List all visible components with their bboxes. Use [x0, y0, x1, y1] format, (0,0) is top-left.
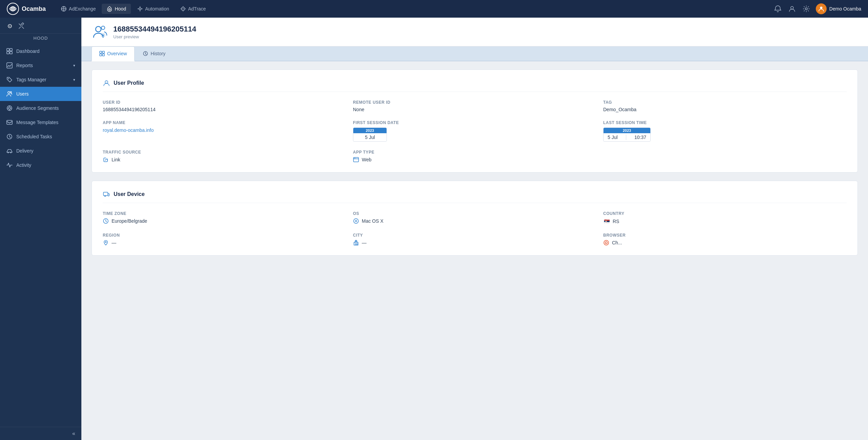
sidebar-item-scheduled-tasks[interactable]: Scheduled Tasks	[0, 129, 81, 144]
svg-point-21	[8, 78, 9, 79]
app-name: Ocamba	[22, 5, 46, 13]
user-profile-card-inner: User Profile User ID 1688553449419620511…	[92, 70, 857, 172]
sidebar-item-users[interactable]: Users	[0, 87, 81, 101]
profile-field-browser: Browser Ch...	[603, 233, 847, 246]
sidebar-item-tags-manager[interactable]: Tags Manager ▾	[0, 73, 81, 87]
svg-point-23	[10, 92, 12, 93]
svg-point-4	[63, 10, 64, 11]
user-device-title-text: User Device	[114, 191, 145, 197]
profile-field-city: City —	[353, 233, 596, 246]
svg-rect-37	[102, 54, 104, 56]
sidebar-header	[0, 18, 81, 34]
last-session-row: 5 Jul 10:37	[604, 133, 650, 141]
settings-button[interactable]	[802, 4, 811, 14]
clock-icon	[103, 218, 109, 224]
svg-rect-26	[7, 120, 12, 124]
nav-adexchange[interactable]: AdExchange	[56, 4, 100, 14]
adtrace-icon	[180, 6, 186, 12]
profile-field-region: Region —	[103, 233, 346, 246]
svg-point-29	[11, 152, 12, 153]
user-profile-menu[interactable]: Demo Ocamba	[816, 3, 861, 14]
tab-history-label: History	[151, 51, 165, 56]
profile-grid: User ID 16885534494196205114 Remote User…	[103, 100, 847, 163]
sidebar-item-reports[interactable]: Reports ▾	[0, 58, 81, 73]
svg-rect-17	[10, 48, 12, 51]
svg-point-10	[182, 8, 183, 9]
traffic-source-value: Link	[103, 157, 346, 163]
svg-point-11	[791, 6, 793, 9]
user-profile-title-text: User Profile	[114, 80, 144, 86]
tags-arrow-icon: ▾	[73, 78, 75, 82]
last-session-time: 10:37	[634, 135, 646, 140]
sidebar-collapse-button[interactable]: «	[72, 431, 75, 437]
user-button[interactable]	[787, 4, 797, 14]
profile-field-remote-user-id: Remote User ID None	[353, 100, 596, 112]
sidebar-item-delivery[interactable]: Delivery	[0, 144, 81, 158]
browser-icon	[603, 240, 609, 246]
web-icon	[353, 157, 359, 163]
topnav-right: Demo Ocamba	[773, 3, 861, 14]
app-logo[interactable]: Ocamba	[7, 3, 46, 15]
svg-rect-36	[100, 54, 102, 56]
svg-point-33	[102, 35, 104, 36]
bell-icon	[774, 5, 782, 13]
nav-adtrace[interactable]: AdTrace	[175, 4, 211, 14]
user-icon	[788, 5, 796, 13]
tab-history[interactable]: History	[135, 47, 173, 61]
message-templates-icon	[6, 119, 13, 126]
page-header: 16885534494196205114 User preview	[81, 18, 868, 46]
sidebar-dashboard-label: Dashboard	[16, 48, 40, 54]
svg-rect-20	[7, 63, 12, 68]
sidebar-tools-icon[interactable]	[18, 22, 25, 30]
audience-icon	[6, 105, 13, 112]
gear-icon	[803, 5, 810, 13]
first-session-badge: 2023 5 Jul	[353, 127, 387, 142]
sidebar-tags-label: Tags Manager	[16, 77, 46, 82]
traffic-source-text: Link	[112, 157, 120, 162]
browser-text: Ch...	[612, 240, 622, 245]
main-content: 16885534494196205114 User preview Overvi…	[81, 18, 868, 440]
svg-rect-44	[103, 192, 108, 196]
browser-value: Ch...	[603, 240, 847, 246]
first-session-year: 2023	[353, 128, 387, 133]
os-text: Mac OS X	[362, 218, 383, 224]
svg-point-13	[820, 7, 822, 9]
svg-rect-18	[7, 52, 9, 54]
traffic-source-label: Traffic Source	[103, 150, 346, 155]
sidebar-item-activity[interactable]: Activity	[0, 158, 81, 172]
svg-point-15	[9, 26, 11, 27]
profile-field-app-type: App Type Web	[353, 150, 596, 163]
hood-icon	[106, 6, 113, 12]
sidebar-item-message-templates[interactable]: Message Templates	[0, 115, 81, 129]
city-value: —	[353, 240, 596, 246]
tag-value: Demo_Ocamba	[603, 107, 847, 112]
sidebar-delivery-label: Delivery	[16, 148, 34, 154]
nav-hood[interactable]: Hood	[102, 4, 131, 14]
app-name-value[interactable]: royal.demo-ocamba.info	[103, 127, 154, 133]
sidebar-activity-label: Activity	[16, 162, 31, 168]
link-icon	[103, 157, 109, 163]
last-session-label: Last Session Time	[603, 120, 847, 125]
first-session-day: 5 Jul	[361, 133, 379, 141]
country-value: 🇷🇸 RS	[603, 218, 847, 225]
svg-point-12	[805, 8, 807, 10]
user-device-title: User Device	[103, 191, 847, 203]
page-header-info: 16885534494196205114 User preview	[113, 25, 196, 39]
delivery-icon	[6, 147, 13, 154]
notifications-button[interactable]	[773, 4, 783, 14]
reports-arrow-icon: ▾	[73, 63, 75, 68]
nav-hood-label: Hood	[115, 6, 126, 12]
tab-overview[interactable]: Overview	[92, 46, 135, 61]
sidebar-item-dashboard[interactable]: Dashboard	[0, 44, 81, 58]
remote-user-id-label: Remote User ID	[353, 100, 596, 105]
sidebar-home-icon[interactable]	[6, 22, 14, 30]
user-profile-icon	[103, 79, 110, 87]
history-tab-icon	[143, 51, 148, 56]
sidebar-item-audience-segments[interactable]: Audience Segments	[0, 101, 81, 115]
tab-overview-label: Overview	[107, 51, 127, 56]
nav-automation[interactable]: Automation	[132, 4, 174, 14]
tabs-bar: Overview History	[81, 46, 868, 61]
app-type-value: Web	[353, 157, 596, 163]
profile-field-tag: Tag Demo_Ocamba	[603, 100, 847, 112]
city-text: —	[362, 240, 367, 245]
